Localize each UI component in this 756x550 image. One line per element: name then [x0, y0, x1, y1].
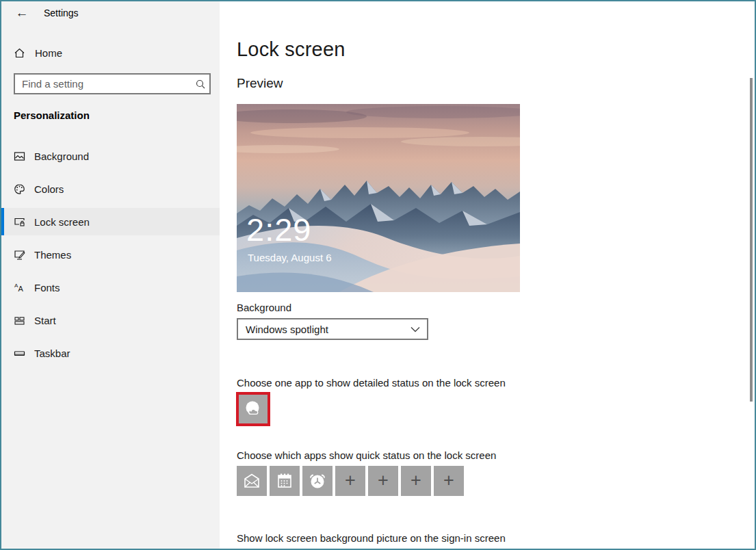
alarm-icon: [308, 471, 327, 490]
lock-screen-preview: 2:29 Tuesday, August 6: [237, 104, 520, 292]
detailed-status-highlight: [236, 392, 270, 426]
weather-icon: [243, 399, 263, 419]
quick-status-calendar-button[interactable]: [270, 466, 300, 496]
sidebar-item-label: Home: [35, 47, 62, 59]
sidebar: ← Settings Home Personalization Backgrou…: [1, 1, 220, 549]
search-icon[interactable]: [192, 75, 209, 93]
calendar-icon: [275, 471, 294, 490]
sidebar-item-colors[interactable]: Colors: [1, 175, 220, 202]
sidebar-item-label: Themes: [34, 249, 71, 261]
add-icon: +: [410, 471, 421, 490]
sidebar-item-lock-screen[interactable]: Lock screen: [1, 208, 220, 235]
scrollbar-thumb[interactable]: [750, 78, 753, 402]
window-title: Settings: [44, 8, 79, 18]
main-content: Lock screen Preview: [220, 1, 755, 549]
fonts-icon: AA: [14, 282, 25, 293]
search-input[interactable]: [15, 78, 192, 90]
detailed-status-app-button[interactable]: [239, 395, 267, 423]
sidebar-item-fonts[interactable]: AA Fonts: [1, 274, 220, 301]
chevron-down-icon: [404, 326, 427, 332]
sidebar-item-themes[interactable]: Themes: [1, 241, 220, 268]
colors-palette-icon: [14, 183, 25, 195]
sidebar-section-title: Personalization: [14, 109, 90, 121]
search-box: [14, 73, 211, 94]
background-image-icon: [14, 150, 25, 162]
add-icon: +: [378, 471, 389, 490]
sidebar-item-label: Background: [34, 150, 89, 162]
back-button[interactable]: ←: [12, 4, 31, 22]
quick-status-add-button-3[interactable]: +: [401, 466, 431, 496]
preview-label: Preview: [237, 76, 283, 91]
preview-time: 2:29: [246, 211, 311, 248]
quick-status-add-button-2[interactable]: +: [368, 466, 398, 496]
add-icon: +: [345, 471, 356, 490]
taskbar-icon: [14, 348, 25, 359]
back-arrow-icon: ←: [16, 5, 29, 21]
page-title: Lock screen: [237, 38, 346, 61]
svg-text:A: A: [18, 285, 24, 293]
background-label: Background: [237, 302, 291, 313]
detailed-status-label: Choose one app to show detailed status o…: [237, 377, 506, 389]
add-icon: +: [443, 471, 454, 490]
background-dropdown-value: Windows spotlight: [238, 324, 404, 335]
start-tiles-icon: [14, 315, 25, 326]
quick-status-mail-button[interactable]: [237, 466, 267, 496]
quick-status-alarm-button[interactable]: [302, 466, 333, 496]
sidebar-item-background[interactable]: Background: [1, 142, 220, 170]
home-icon: [14, 47, 25, 59]
sidebar-item-label: Colors: [34, 183, 64, 195]
themes-brush-icon: [14, 249, 25, 261]
background-dropdown[interactable]: Windows spotlight: [237, 318, 428, 340]
settings-window: ← Settings Home Personalization Backgrou…: [0, 0, 756, 550]
selection-accent-bar: [1, 208, 4, 235]
quick-status-label: Choose which apps show quick status on t…: [237, 449, 496, 461]
signin-screen-label: Show lock screen background picture on t…: [237, 532, 506, 544]
sidebar-item-start[interactable]: Start: [1, 306, 220, 334]
mountain-landscape-image: [237, 104, 520, 292]
mail-icon: [242, 471, 261, 490]
sidebar-item-label: Fonts: [34, 282, 60, 293]
quick-status-row: + + + +: [237, 466, 464, 496]
quick-status-add-button-4[interactable]: +: [434, 466, 464, 496]
sidebar-item-label: Start: [34, 315, 56, 326]
lock-screen-icon: [14, 216, 25, 228]
sidebar-item-home[interactable]: Home: [7, 41, 212, 64]
preview-date: Tuesday, August 6: [248, 252, 332, 263]
quick-status-add-button-1[interactable]: +: [335, 466, 365, 496]
sidebar-item-label: Taskbar: [34, 348, 70, 359]
sidebar-item-taskbar[interactable]: Taskbar: [1, 339, 220, 367]
sidebar-item-label: Lock screen: [34, 216, 90, 228]
